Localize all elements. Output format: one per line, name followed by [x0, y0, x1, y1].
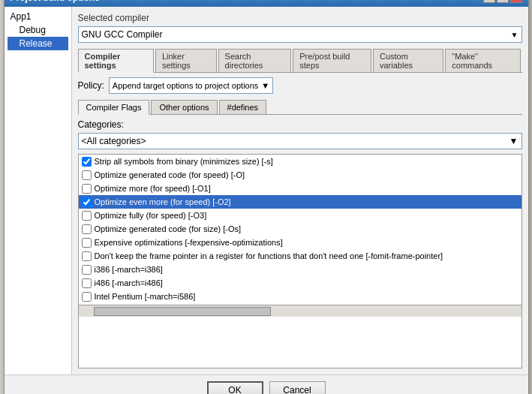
flag-checkbox[interactable]	[82, 265, 92, 275]
tab-search-directories[interactable]: Search directories	[218, 49, 292, 72]
close-button[interactable]: ✕	[510, 0, 522, 3]
compiler-value: GNU GCC Compiler	[82, 29, 163, 40]
restore-button[interactable]: □	[497, 0, 509, 3]
tab-make-commands[interactable]: "Make" commands	[445, 49, 520, 72]
flag-item[interactable]: Strip all symbols from binary (minimizes…	[79, 155, 521, 168]
tab-compiler-flags[interactable]: Compiler Flags	[78, 100, 150, 115]
compiler-dropdown-arrow: ▼	[511, 31, 518, 39]
flag-checkbox[interactable]	[82, 184, 92, 194]
flag-item[interactable]: Optimize generated code (for size) [-Os]	[79, 222, 521, 236]
flag-checkbox[interactable]	[82, 170, 92, 180]
flag-label: Optimize generated code (for speed) [-O]	[95, 170, 245, 179]
tab-linker-settings[interactable]: Linker settings	[155, 49, 217, 72]
flag-checkbox[interactable]	[82, 197, 92, 207]
ok-button[interactable]: OK	[207, 381, 263, 394]
cancel-button[interactable]: Cancel	[269, 381, 326, 394]
flag-label: Don't keep the frame pointer in a regist…	[95, 251, 443, 260]
horizontal-scrollbar[interactable]	[79, 305, 521, 317]
minimize-button[interactable]: –	[483, 0, 495, 3]
categories-select[interactable]: <All categories> ▼	[78, 133, 522, 149]
flag-checkbox[interactable]	[82, 157, 92, 167]
flag-label: i386 [-march=i386]	[95, 265, 163, 274]
policy-dropdown-arrow: ▼	[261, 81, 269, 90]
flag-label: Optimize generated code (for size) [-Os]	[95, 224, 242, 233]
policy-row: Policy: Append target options to project…	[78, 77, 522, 94]
title-bar-buttons: – □ ✕	[483, 0, 522, 3]
tab-compiler-settings[interactable]: Compiler settings	[78, 49, 154, 73]
sidebar-item-debug[interactable]: Debug	[8, 23, 68, 37]
flag-item[interactable]: Optimize generated code (for speed) [-O]	[79, 168, 521, 182]
hscroll-thumb[interactable]	[94, 307, 271, 316]
flag-label: Strip all symbols from binary (minimizes…	[95, 157, 273, 166]
window-title: Project build options	[11, 0, 100, 3]
tab-prepost-build[interactable]: Pre/post build steps	[293, 49, 371, 72]
flag-item[interactable]: Optimize more (for speed) [-O1]	[79, 182, 521, 195]
flag-checkbox[interactable]	[82, 211, 92, 221]
flag-label: Optimize more (for speed) [-O1]	[95, 184, 211, 193]
tab-other-options[interactable]: Other options	[151, 100, 217, 114]
inner-tabs: Compiler Flags Other options #defines	[78, 100, 522, 115]
main-content: Selected compiler GNU GCC Compiler ▼ Com…	[72, 7, 528, 374]
flag-checkbox[interactable]	[82, 238, 92, 248]
categories-arrow: ▼	[509, 136, 518, 146]
flag-label: Optimize fully (for speed) [-O3]	[95, 211, 207, 220]
flags-list[interactable]: Strip all symbols from binary (minimizes…	[79, 155, 521, 305]
flag-item[interactable]: i386 [-march=i386]	[79, 263, 521, 276]
policy-value: Append target options to project options	[113, 81, 258, 90]
title-bar: Project build options – □ ✕	[5, 0, 528, 7]
policy-select[interactable]: Append target options to project options…	[109, 77, 273, 94]
outer-tabs: Compiler settings Linker settings Search…	[78, 49, 522, 73]
main-window: Project build options – □ ✕ App1 Debug R…	[4, 0, 529, 394]
tab-custom-variables[interactable]: Custom variables	[373, 49, 443, 72]
sidebar: App1 Debug Release	[5, 7, 72, 374]
flag-label: Expensive optimizations [-fexpensive-opt…	[95, 238, 283, 247]
tab-defines[interactable]: #defines	[219, 100, 267, 114]
selected-compiler-label: Selected compiler	[78, 13, 522, 23]
bottom-bar: OK Cancel	[5, 374, 528, 394]
flag-label: Intel Pentium [-march=i586]	[95, 292, 196, 301]
policy-label: Policy:	[78, 80, 104, 91]
flag-item[interactable]: Expensive optimizations [-fexpensive-opt…	[79, 236, 521, 249]
flag-item[interactable]: Optimize even more (for speed) [-O2]	[79, 195, 521, 209]
compiler-dropdown[interactable]: GNU GCC Compiler ▼	[78, 26, 522, 43]
flag-item[interactable]: Don't keep the frame pointer in a regist…	[79, 249, 521, 263]
flag-item[interactable]: Optimize fully (for speed) [-O3]	[79, 209, 521, 222]
flag-item[interactable]: Intel Pentium [-march=i586]	[79, 290, 521, 303]
flag-item[interactable]: i486 [-march=i486]	[79, 276, 521, 290]
flag-checkbox[interactable]	[82, 224, 92, 234]
flag-checkbox[interactable]	[82, 251, 92, 261]
flag-label: i486 [-march=i486]	[95, 278, 163, 287]
categories-label: Categories:	[78, 119, 522, 130]
inner-tab-panel: Categories: <All categories> ▼ Strip all…	[78, 119, 522, 368]
categories-value: <All categories>	[82, 136, 146, 146]
window-content: App1 Debug Release Selected compiler GNU…	[5, 7, 528, 374]
sidebar-item-app1[interactable]: App1	[8, 10, 68, 23]
flag-checkbox[interactable]	[82, 278, 92, 288]
flag-label: Optimize even more (for speed) [-O2]	[95, 197, 231, 206]
flags-container: Strip all symbols from binary (minimizes…	[78, 154, 522, 368]
flag-checkbox[interactable]	[82, 292, 92, 302]
sidebar-item-release[interactable]: Release	[8, 37, 68, 50]
